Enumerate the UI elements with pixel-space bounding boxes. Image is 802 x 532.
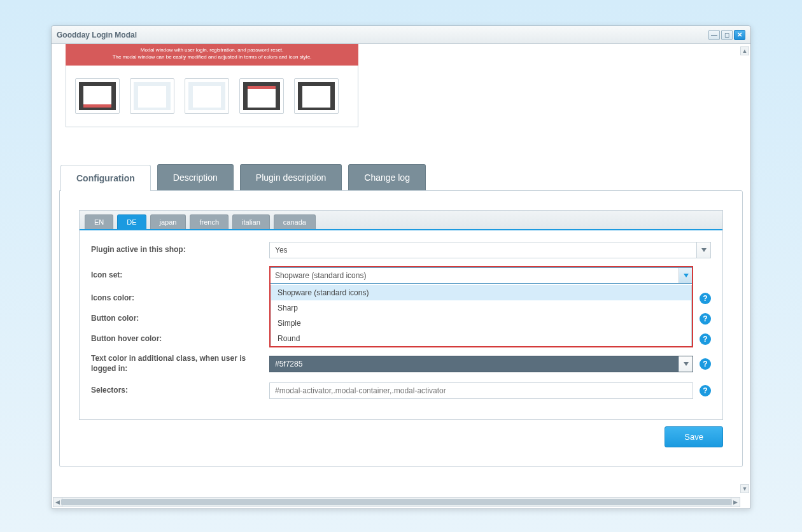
select-plugin-active-value: Yes — [275, 246, 288, 255]
label-icon-set: Icon set: — [91, 270, 269, 281]
label-text-color-logged: Text color in additional class, when use… — [91, 354, 269, 374]
chevron-down-icon — [679, 356, 693, 372]
scroll-right-icon[interactable]: ▶ — [731, 498, 740, 507]
lang-tab-en[interactable]: EN — [85, 214, 113, 229]
help-text-color-logged[interactable]: ? — [700, 358, 711, 370]
row-text-color-logged: Text color in additional class, when use… — [91, 354, 711, 374]
row-plugin-active: Plugin active in this shop: Yes — [91, 242, 711, 258]
hero-line1: Modal window with user login, registrati… — [78, 46, 346, 53]
tab-configuration[interactable]: Configuration — [60, 165, 151, 191]
label-button-hover-color: Button hover color: — [91, 334, 269, 344]
select-icon-set-value: Shopware (standard icons) — [275, 271, 366, 280]
lang-tab-de[interactable]: DE — [117, 214, 146, 229]
lang-tab-canada[interactable]: canada — [274, 214, 316, 229]
horizontal-scrollbar[interactable]: ◀ ▶ — [53, 497, 740, 507]
scroll-up-icon[interactable]: ▲ — [740, 46, 749, 55]
thumbnail-2[interactable] — [130, 78, 174, 114]
select-plugin-active[interactable]: Yes — [269, 242, 711, 258]
lang-tab-french[interactable]: french — [190, 214, 229, 229]
app-window: Goodday Login Modal — ◻ ✕ Modal window w… — [51, 25, 751, 509]
input-selectors[interactable] — [269, 382, 693, 399]
thumbnail-4[interactable] — [239, 78, 284, 114]
lang-tab-japan[interactable]: japan — [150, 214, 186, 229]
hero-banner: Modal window with user login, registrati… — [66, 44, 358, 66]
thumbnails-panel — [66, 66, 358, 127]
scroll-down-icon[interactable]: ▼ — [740, 484, 749, 493]
tab-content: EN DE japan french italian canada Plugin… — [59, 190, 743, 467]
tab-description[interactable]: Description — [157, 164, 234, 190]
hero-section: Modal window with user login, registrati… — [66, 44, 736, 127]
close-button[interactable]: ✕ — [734, 30, 745, 40]
row-icon-set: Icon set: Shopware (standard icons) ? — [91, 267, 711, 284]
maximize-button[interactable]: ◻ — [721, 30, 733, 40]
row-selectors: Selectors: ? — [91, 382, 711, 399]
label-button-color: Button color: — [91, 314, 269, 324]
vertical-scrollbar[interactable]: ▲ ▼ — [740, 46, 749, 493]
icon-set-dropdown: Shopware (standard icons) Sharp Simple R… — [271, 285, 692, 347]
help-button-hover-color[interactable]: ? — [700, 333, 711, 345]
label-selectors: Selectors: — [91, 386, 269, 396]
chevron-down-icon — [679, 268, 693, 283]
window-body: Modal window with user login, registrati… — [52, 44, 750, 508]
titlebar: Goodday Login Modal — ◻ ✕ — [52, 26, 750, 44]
config-panel: EN DE japan french italian canada Plugin… — [79, 210, 723, 420]
label-icons-color: Icons color: — [91, 293, 269, 304]
hero-line2: The modal window can be easily modified … — [78, 53, 346, 60]
thumbnail-1[interactable] — [75, 78, 120, 114]
minimize-button[interactable]: — — [708, 30, 720, 40]
option-simple[interactable]: Simple — [271, 316, 691, 331]
label-plugin-active: Plugin active in this shop: — [91, 245, 269, 255]
select-text-color-logged-value: #5f7285 — [275, 360, 302, 368]
form-area: Plugin active in this shop: Yes Icon set… — [80, 230, 722, 419]
chevron-down-icon — [696, 242, 710, 258]
save-button[interactable]: Save — [665, 426, 723, 447]
help-selectors[interactable]: ? — [700, 385, 711, 396]
option-round[interactable]: Round — [271, 331, 691, 346]
select-text-color-logged[interactable]: #5f7285 — [269, 356, 693, 372]
language-tabs: EN DE japan french italian canada — [80, 211, 722, 230]
help-button-color[interactable]: ? — [700, 313, 711, 325]
help-icons-color[interactable]: ? — [700, 293, 711, 304]
lang-tab-italian[interactable]: italian — [232, 214, 270, 229]
window-title: Goodday Login Modal — [57, 31, 137, 39]
select-icon-set[interactable]: Shopware (standard icons) — [269, 267, 693, 284]
option-sharp[interactable]: Sharp — [271, 300, 691, 316]
scroll-thumb[interactable] — [61, 499, 732, 505]
main-tabs: Configuration Description Plugin descrip… — [59, 164, 743, 467]
thumbnail-5[interactable] — [294, 78, 339, 114]
tab-plugin-description[interactable]: Plugin description — [240, 164, 342, 190]
tab-change-log[interactable]: Change log — [348, 164, 426, 190]
thumbnail-3[interactable] — [185, 78, 229, 114]
option-shopware[interactable]: Shopware (standard icons) — [271, 285, 691, 300]
